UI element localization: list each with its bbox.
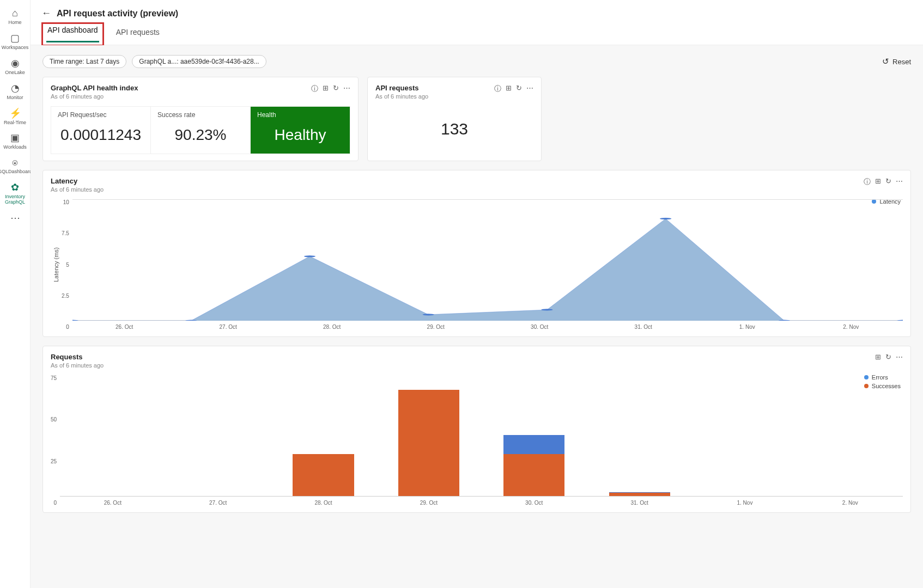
card-requests: Requests As of 6 minutes ago ⊞ ↻ ⋯ Error… xyxy=(42,346,911,513)
svg-point-0 xyxy=(72,320,78,321)
health-grid: API Request/sec 0.00011243 Success rate … xyxy=(51,106,350,154)
y-axis-label: Latency (ms) xyxy=(51,199,62,330)
legend-item-errors[interactable]: Errors xyxy=(864,374,901,381)
svg-point-2 xyxy=(304,255,315,257)
sidebar-item-onelake[interactable]: ◉ OneLake xyxy=(0,54,30,79)
grid-icon[interactable]: ⊞ xyxy=(875,177,881,187)
svg-point-4 xyxy=(541,309,552,310)
card-latency: Latency As of 6 minutes ago ⓘ ⊞ ↻ ⋯ Late… xyxy=(42,170,911,337)
metric-label: API Request/sec xyxy=(58,111,144,119)
grid-icon[interactable]: ⊞ xyxy=(506,84,512,94)
bar-28. Oct xyxy=(271,375,376,496)
requests-chart-area: Errors Successes 7550250 26. Oct27. Oct2… xyxy=(51,375,903,506)
svg-point-5 xyxy=(660,218,671,219)
metric-label: Health xyxy=(257,111,343,119)
filter-row: Time range: Last 7 days GraphQL a...: aa… xyxy=(42,55,911,68)
refresh-icon[interactable]: ↻ xyxy=(885,177,891,187)
card-title: Requests xyxy=(51,353,871,361)
sidebar-item-gqldashboard[interactable]: ⍟ GQLDashboard xyxy=(0,154,30,178)
tab-api-dashboard[interactable]: API dashboard xyxy=(46,20,99,42)
bar-1. Nov xyxy=(692,375,797,496)
graphql-icon: ✿ xyxy=(11,181,19,193)
sidebar-item-monitor[interactable]: ◔ Monitor xyxy=(0,79,30,104)
gqldashboard-icon: ⍟ xyxy=(12,157,18,168)
info-icon[interactable]: ⓘ xyxy=(311,84,318,94)
pill-time-range[interactable]: Time range: Last 7 days xyxy=(42,55,126,68)
metric-value: 0.00011243 xyxy=(58,126,144,144)
more-icon[interactable]: ⋯ xyxy=(526,84,533,94)
api-requests-value: 133 xyxy=(375,100,533,154)
sidebar-item-more[interactable]: ⋯ xyxy=(0,209,30,227)
workloads-icon: ▣ xyxy=(10,132,20,144)
refresh-icon[interactable]: ↻ xyxy=(333,84,339,94)
sidebar-item-label: Home xyxy=(8,20,21,26)
legend-item-successes[interactable]: Successes xyxy=(864,383,901,389)
metric-request-sec: API Request/sec 0.00011243 xyxy=(51,107,151,154)
svg-point-3 xyxy=(422,314,434,315)
legend-dot-icon xyxy=(864,375,869,379)
monitor-icon: ◔ xyxy=(11,82,20,94)
pill-graphql[interactable]: GraphQL a...: aae539de-0c3f-4436-a28... xyxy=(132,55,266,68)
sidebar-item-label: Workspaces xyxy=(2,45,28,51)
main: ← API request activity (preview) API das… xyxy=(31,0,923,588)
sidebar-item-label: OneLake xyxy=(5,70,25,76)
sidebar-item-label: GQLDashboard xyxy=(0,169,32,175)
metric-health-status: Health Healthy xyxy=(251,107,350,154)
workspaces-icon: ▢ xyxy=(10,32,20,44)
info-icon[interactable]: ⓘ xyxy=(494,84,501,94)
more-icon[interactable]: ⋯ xyxy=(343,84,350,94)
reset-button[interactable]: ↺ Reset xyxy=(882,57,911,66)
legend-label: Successes xyxy=(872,383,901,389)
svg-point-7 xyxy=(897,320,903,321)
bar-31. Oct xyxy=(587,375,692,496)
card-subtitle: As of 6 minutes ago xyxy=(51,93,307,100)
metric-value: 90.23% xyxy=(157,126,244,144)
y-ticks: 7550250 xyxy=(51,375,60,506)
reset-label: Reset xyxy=(892,58,911,66)
latency-chart-area: Latency Latency (ms) 107.552.50 26. Oct2… xyxy=(51,199,903,330)
more-icon[interactable]: ⋯ xyxy=(896,353,903,361)
metric-success-rate: Success rate 90.23% xyxy=(151,107,251,154)
sidebar: ⌂ Home ▢ Workspaces ◉ OneLake ◔ Monitor … xyxy=(0,0,31,588)
card-title: Latency xyxy=(51,177,859,185)
page-title: API request activity (preview) xyxy=(57,9,178,19)
bar-27. Oct xyxy=(165,375,270,496)
sidebar-item-realtime[interactable]: ⚡ Real-Time xyxy=(0,104,30,129)
grid-icon[interactable]: ⊞ xyxy=(875,353,881,361)
metric-value: Healthy xyxy=(257,126,343,144)
refresh-icon[interactable]: ↻ xyxy=(885,353,891,361)
home-icon: ⌂ xyxy=(12,8,18,19)
card-health-index: GraphQL API health index As of 6 minutes… xyxy=(42,77,359,161)
info-icon[interactable]: ⓘ xyxy=(864,177,871,187)
x-ticks: 26. Oct27. Oct28. Oct29. Oct30. Oct31. O… xyxy=(72,324,903,330)
sidebar-item-inventory-graphql[interactable]: ✿ Inventory GraphQL xyxy=(0,178,30,209)
sidebar-item-home[interactable]: ⌂ Home xyxy=(0,4,30,29)
sidebar-item-workspaces[interactable]: ▢ Workspaces xyxy=(0,29,30,54)
card-title: GraphQL API health index xyxy=(51,84,307,92)
sidebar-item-workloads[interactable]: ▣ Workloads xyxy=(0,128,30,154)
bar-29. Oct xyxy=(376,375,481,496)
bar-30. Oct xyxy=(482,375,587,496)
tab-api-requests[interactable]: API requests xyxy=(115,22,161,45)
bar-2. Nov xyxy=(798,375,903,496)
bar-26. Oct xyxy=(60,375,165,496)
sidebar-item-label: Inventory GraphQL xyxy=(1,194,29,205)
refresh-icon[interactable]: ↻ xyxy=(516,84,522,94)
page-header: ← API request activity (preview) xyxy=(31,0,923,22)
y-ticks: 107.552.50 xyxy=(62,199,72,330)
grid-icon[interactable]: ⊞ xyxy=(323,84,329,94)
more-icon[interactable]: ⋯ xyxy=(896,177,903,187)
content: Time range: Last 7 days GraphQL a...: aa… xyxy=(31,45,923,588)
legend-label: Errors xyxy=(872,374,888,381)
card-subtitle: As of 6 minutes ago xyxy=(51,186,859,193)
card-api-requests: API requests As of 6 minutes ago ⓘ ⊞ ↻ ⋯… xyxy=(367,77,542,161)
realtime-icon: ⚡ xyxy=(9,107,21,119)
legend: Errors Successes xyxy=(864,374,901,389)
card-subtitle: As of 6 minutes ago xyxy=(51,362,871,369)
sidebar-item-label: Real-Time xyxy=(4,120,26,126)
card-subtitle: As of 6 minutes ago xyxy=(375,93,490,100)
reset-icon: ↺ xyxy=(882,57,889,66)
requests-plot xyxy=(60,375,903,497)
more-icon: ⋯ xyxy=(10,212,20,224)
back-icon[interactable]: ← xyxy=(41,8,51,19)
